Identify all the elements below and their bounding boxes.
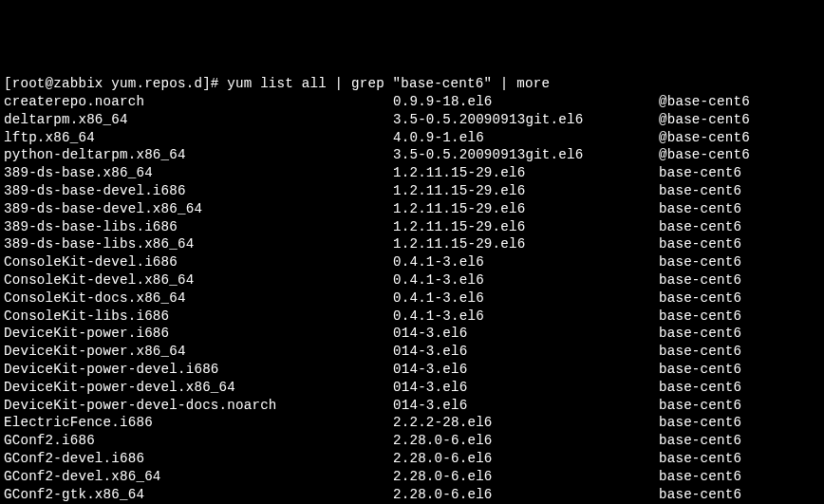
package-name: GConf2.i686 bbox=[4, 432, 393, 450]
package-name: python-deltarpm.x86_64 bbox=[4, 146, 393, 164]
package-row: GConf2-devel.x86_642.28.0-6.el6base-cent… bbox=[4, 468, 820, 486]
package-version: 1.2.11.15-29.el6 bbox=[393, 200, 659, 218]
shell-command[interactable]: yum list all | grep "base-cent6" | more bbox=[227, 76, 550, 91]
package-row: GConf2.i6862.28.0-6.el6base-cent6 bbox=[4, 432, 820, 450]
package-name: DeviceKit-power-devel.x86_64 bbox=[4, 379, 393, 397]
package-name: 389-ds-base.x86_64 bbox=[4, 164, 393, 182]
package-name: DeviceKit-power-devel.i686 bbox=[4, 361, 393, 379]
package-name: lftp.x86_64 bbox=[4, 129, 393, 147]
package-name: deltarpm.x86_64 bbox=[4, 111, 393, 129]
package-row: ElectricFence.i6862.2.2-28.el6base-cent6 bbox=[4, 414, 820, 432]
shell-prompt: [root@zabbix yum.repos.d]# bbox=[4, 76, 227, 91]
package-repo: base-cent6 bbox=[659, 343, 741, 361]
package-repo: base-cent6 bbox=[659, 486, 741, 504]
package-repo: base-cent6 bbox=[659, 468, 741, 486]
package-row: DeviceKit-power-devel.x86_64014-3.el6bas… bbox=[4, 379, 820, 397]
package-version: 4.0.9-1.el6 bbox=[393, 129, 659, 147]
package-repo: base-cent6 bbox=[659, 379, 741, 397]
package-row: DeviceKit-power.i686014-3.el6base-cent6 bbox=[4, 325, 820, 343]
package-name: DeviceKit-power-devel-docs.noarch bbox=[4, 397, 393, 415]
package-version: 1.2.11.15-29.el6 bbox=[393, 164, 659, 182]
package-row: 389-ds-base-devel.i6861.2.11.15-29.el6ba… bbox=[4, 182, 820, 200]
package-repo: base-cent6 bbox=[659, 235, 741, 253]
package-name: 389-ds-base-devel.x86_64 bbox=[4, 200, 393, 218]
package-repo: base-cent6 bbox=[659, 361, 741, 379]
package-row: python-deltarpm.x86_643.5-0.5.20090913gi… bbox=[4, 146, 820, 164]
package-repo: base-cent6 bbox=[659, 325, 741, 343]
package-row: 389-ds-base-libs.x86_641.2.11.15-29.el6b… bbox=[4, 235, 820, 253]
package-name: DeviceKit-power.x86_64 bbox=[4, 343, 393, 361]
package-version: 0.4.1-3.el6 bbox=[393, 308, 659, 326]
package-name: ConsoleKit-docs.x86_64 bbox=[4, 289, 393, 308]
package-name: ConsoleKit-devel.i686 bbox=[4, 253, 393, 271]
package-repo: @base-cent6 bbox=[659, 146, 750, 164]
package-row: DeviceKit-power.x86_64014-3.el6base-cent… bbox=[4, 343, 820, 361]
package-version: 0.4.1-3.el6 bbox=[393, 271, 659, 289]
package-name: createrepo.noarch bbox=[4, 93, 393, 111]
package-row: 389-ds-base-devel.x86_641.2.11.15-29.el6… bbox=[4, 200, 820, 218]
package-name: ElectricFence.i686 bbox=[4, 414, 393, 432]
package-version: 3.5-0.5.20090913git.el6 bbox=[393, 146, 659, 164]
package-version: 1.2.11.15-29.el6 bbox=[393, 182, 659, 200]
package-name: 389-ds-base-libs.i686 bbox=[4, 218, 393, 236]
package-list: createrepo.noarch0.9.9-18.el6@base-cent6… bbox=[4, 93, 820, 504]
package-version: 2.28.0-6.el6 bbox=[393, 468, 659, 486]
package-version: 2.2.2-28.el6 bbox=[393, 414, 659, 432]
package-row: ConsoleKit-devel.i6860.4.1-3.el6base-cen… bbox=[4, 253, 820, 271]
package-repo: @base-cent6 bbox=[659, 111, 750, 129]
package-row: DeviceKit-power-devel-docs.noarch014-3.e… bbox=[4, 397, 820, 415]
package-row: 389-ds-base.x86_641.2.11.15-29.el6base-c… bbox=[4, 164, 820, 182]
package-version: 014-3.el6 bbox=[393, 325, 659, 343]
package-name: ConsoleKit-libs.i686 bbox=[4, 308, 393, 326]
package-row: ConsoleKit-devel.x86_640.4.1-3.el6base-c… bbox=[4, 271, 820, 289]
package-row: 389-ds-base-libs.i6861.2.11.15-29.el6bas… bbox=[4, 218, 820, 236]
package-repo: base-cent6 bbox=[659, 271, 741, 289]
package-repo: base-cent6 bbox=[659, 218, 741, 236]
package-row: createrepo.noarch0.9.9-18.el6@base-cent6 bbox=[4, 93, 820, 111]
package-row: deltarpm.x86_643.5-0.5.20090913git.el6@b… bbox=[4, 111, 820, 129]
package-version: 0.4.1-3.el6 bbox=[393, 289, 659, 308]
package-version: 0.4.1-3.el6 bbox=[393, 253, 659, 271]
package-row: lftp.x86_644.0.9-1.el6@base-cent6 bbox=[4, 129, 820, 147]
package-repo: base-cent6 bbox=[659, 253, 741, 271]
package-row: ConsoleKit-docs.x86_640.4.1-3.el6base-ce… bbox=[4, 289, 820, 308]
package-name: DeviceKit-power.i686 bbox=[4, 325, 393, 343]
package-version: 014-3.el6 bbox=[393, 379, 659, 397]
package-name: 389-ds-base-devel.i686 bbox=[4, 182, 393, 200]
package-row: GConf2-gtk.x86_642.28.0-6.el6base-cent6 bbox=[4, 486, 820, 504]
package-version: 1.2.11.15-29.el6 bbox=[393, 218, 659, 236]
package-repo: base-cent6 bbox=[659, 182, 741, 200]
package-name: GConf2-devel.x86_64 bbox=[4, 468, 393, 486]
package-version: 2.28.0-6.el6 bbox=[393, 450, 659, 468]
package-version: 3.5-0.5.20090913git.el6 bbox=[393, 111, 659, 129]
package-repo: base-cent6 bbox=[659, 414, 741, 432]
package-version: 014-3.el6 bbox=[393, 343, 659, 361]
package-name: GConf2-gtk.x86_64 bbox=[4, 486, 393, 504]
package-repo: base-cent6 bbox=[659, 200, 741, 218]
package-row: ConsoleKit-libs.i6860.4.1-3.el6base-cent… bbox=[4, 308, 820, 326]
package-repo: base-cent6 bbox=[659, 164, 741, 182]
package-version: 014-3.el6 bbox=[393, 361, 659, 379]
package-repo: base-cent6 bbox=[659, 432, 741, 450]
package-row: GConf2-devel.i6862.28.0-6.el6base-cent6 bbox=[4, 450, 820, 468]
package-repo: base-cent6 bbox=[659, 308, 741, 326]
package-version: 014-3.el6 bbox=[393, 397, 659, 415]
package-version: 2.28.0-6.el6 bbox=[393, 432, 659, 450]
package-repo: base-cent6 bbox=[659, 450, 741, 468]
package-name: GConf2-devel.i686 bbox=[4, 450, 393, 468]
package-version: 1.2.11.15-29.el6 bbox=[393, 235, 659, 253]
package-name: 389-ds-base-libs.x86_64 bbox=[4, 235, 393, 253]
package-repo: @base-cent6 bbox=[659, 129, 750, 147]
package-row: DeviceKit-power-devel.i686014-3.el6base-… bbox=[4, 361, 820, 379]
package-repo: base-cent6 bbox=[659, 289, 741, 308]
package-version: 0.9.9-18.el6 bbox=[393, 93, 659, 111]
package-repo: base-cent6 bbox=[659, 397, 741, 415]
command-prompt-line: [root@zabbix yum.repos.d]# yum list all … bbox=[4, 75, 820, 93]
package-name: ConsoleKit-devel.x86_64 bbox=[4, 271, 393, 289]
package-version: 2.28.0-6.el6 bbox=[393, 486, 659, 504]
package-repo: @base-cent6 bbox=[659, 93, 750, 111]
